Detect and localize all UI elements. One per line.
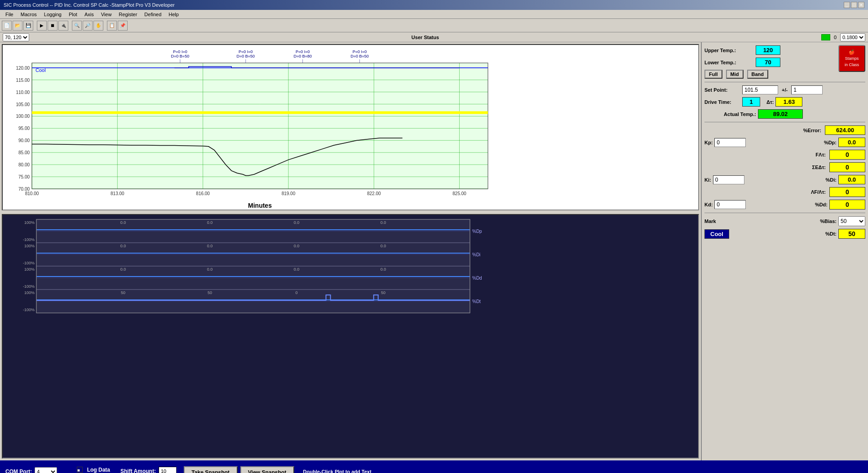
cool-badge: Cool [704, 229, 729, 239]
log-section: Log Data Open Log Delete Log [77, 467, 115, 473]
maximize-button[interactable]: □ [851, 2, 857, 8]
kp-input[interactable] [714, 138, 746, 147]
percent-dp-value: 0.0 [838, 138, 865, 147]
sigma-label: ΣEΔτ: [812, 165, 826, 170]
zoom-in-button[interactable]: 🔍 [72, 21, 82, 31]
com-section: COM Port: 4 File Name: Auto Scale Y [5, 467, 71, 473]
ki-label: Ki: [704, 177, 711, 183]
percent-dd-label: %Dd: [815, 202, 828, 207]
titlebar: SIC Process Control -- PID Inc. Control … [0, 0, 868, 10]
rate-select[interactable]: 0.1800 [840, 33, 865, 41]
log-data-label: Log Data [87, 467, 110, 473]
drive-time-value[interactable]: 1 [742, 97, 760, 107]
menu-plot[interactable]: Plot [65, 11, 81, 18]
menubar: File Macros Logging Plot Axis View Regis… [0, 10, 868, 19]
status-bar: 70, 120 User Status 0 0.1800 [0, 32, 868, 42]
percent-di-value: 0.0 [838, 175, 865, 184]
bottom-plot-canvas [3, 215, 497, 318]
stamps-logo: 🍎Stampsin Class [838, 45, 865, 72]
plus-minus-label: +/- [782, 87, 788, 93]
percent-dt-value: 50 [838, 229, 865, 239]
new-button[interactable]: 📄 [2, 21, 12, 31]
menu-defined[interactable]: Defined [141, 11, 165, 18]
double-click-label: Double-Click Plot to add Text [303, 469, 372, 473]
ki-input[interactable] [713, 175, 744, 184]
run-button[interactable]: ▶ [37, 21, 47, 31]
percent-bias-select[interactable]: 50 [838, 216, 865, 226]
close-button[interactable]: ✕ [858, 2, 864, 8]
percent-dp-label: %Dp: [824, 140, 837, 145]
window-controls[interactable]: _ □ ✕ [844, 2, 864, 8]
status-led [821, 34, 830, 40]
percent-dd-value: 0 [829, 200, 865, 210]
save-button[interactable]: 💾 [23, 21, 33, 31]
percent-error-value: 624.00 [825, 125, 865, 135]
upper-temp-value[interactable]: 120 [756, 45, 780, 55]
view-snapshot-button[interactable]: View Snapshot [240, 466, 294, 473]
snapshot-section: Take Snapshot View Snapshot Snapshot Ent… [184, 466, 294, 473]
menu-logging[interactable]: Logging [40, 11, 65, 18]
log-data-checkbox[interactable] [77, 467, 83, 473]
band-button[interactable]: Band [747, 70, 769, 79]
upper-temp-label: Upper Temp.: [704, 48, 754, 53]
menu-register[interactable]: Register [115, 11, 141, 18]
menu-axis[interactable]: Axis [81, 11, 97, 18]
shift-amount-input[interactable] [159, 467, 177, 473]
bottom-plot[interactable] [2, 214, 699, 459]
percent-dt-label: %Dt: [825, 231, 837, 236]
com-port-select[interactable]: 4 [35, 467, 57, 473]
actual-temp-label: Actual Temp.: [704, 112, 756, 117]
title-text: SIC Process Control -- PID Inc. Control … [4, 2, 175, 8]
bottom-strip: COM Port: 4 File Name: Auto Scale Y Log … [0, 460, 868, 473]
kd-label: Kd: [704, 202, 713, 207]
user-status-label: User Status [33, 35, 818, 40]
f-delta-tau-value: 0 [829, 150, 865, 160]
lower-temp-value[interactable]: 70 [756, 58, 780, 67]
paste-button[interactable]: 📌 [118, 21, 128, 31]
plus-minus-input[interactable] [791, 85, 823, 94]
sigma-value: 0 [829, 162, 865, 172]
coordinates-select[interactable]: 70, 120 [3, 33, 29, 41]
percent-error-label: %Error: [803, 128, 821, 133]
connect-button[interactable]: 🔌 [58, 21, 68, 31]
menu-macros[interactable]: Macros [17, 11, 40, 18]
kp-label: Kp: [704, 140, 713, 145]
open-button[interactable]: 📂 [13, 21, 22, 31]
shift-section: Shift Amount: SaveSettings LoadSettings … [120, 467, 178, 473]
delta-tau-value[interactable]: 1.63 [775, 97, 802, 107]
percent-bias-label: %Bias: [820, 219, 837, 224]
right-panel: Upper Temp.: 120 Lower Temp.: 70 Full Mi… [702, 42, 868, 460]
set-point-label: Set Point: [704, 87, 740, 93]
drive-time-label: Drive Time: [704, 99, 740, 105]
plots-area [0, 42, 702, 460]
f-delta-tau-label: FΛτ: [815, 152, 826, 157]
ae-label: ΛF/Λτ: [811, 189, 826, 195]
pan-button[interactable]: ✋ [93, 21, 103, 31]
lower-temp-label: Lower Temp.: [704, 60, 754, 65]
actual-temp-value: 89.02 [758, 109, 803, 119]
zoom-out-button[interactable]: 🔎 [83, 21, 93, 31]
set-point-input[interactable] [742, 85, 778, 94]
ae-value: 0 [829, 187, 865, 197]
delta-tau-label: Δτ: [766, 99, 774, 105]
top-plot[interactable] [2, 44, 699, 210]
toolbar: 📄 📂 💾 ▶ ⏹ 🔌 🔍 🔎 ✋ 📋 📌 [0, 19, 868, 32]
percent-di-label: %Di: [826, 177, 837, 183]
led-value: 0 [834, 35, 837, 40]
shift-amount-label: Shift Amount: [120, 468, 156, 473]
take-snapshot-button[interactable]: Take Snapshot [184, 466, 238, 473]
menu-view[interactable]: View [97, 11, 115, 18]
main-area: Upper Temp.: 120 Lower Temp.: 70 Full Mi… [0, 42, 868, 460]
stop-button[interactable]: ⏹ [48, 21, 58, 31]
kd-input[interactable] [714, 200, 746, 209]
copy-button[interactable]: 📋 [107, 21, 117, 31]
menu-help[interactable]: Help [165, 11, 182, 18]
top-plot-canvas [3, 45, 497, 210]
text-section: Double-Click Plot to add Text ▼ Clear Te… [303, 469, 402, 473]
minimize-button[interactable]: _ [844, 2, 850, 8]
menu-file[interactable]: File [2, 11, 17, 18]
com-port-label: COM Port: [5, 469, 32, 473]
mark-label: Mark [704, 219, 731, 224]
mid-button[interactable]: Mid [726, 70, 744, 79]
full-button[interactable]: Full [704, 70, 722, 79]
